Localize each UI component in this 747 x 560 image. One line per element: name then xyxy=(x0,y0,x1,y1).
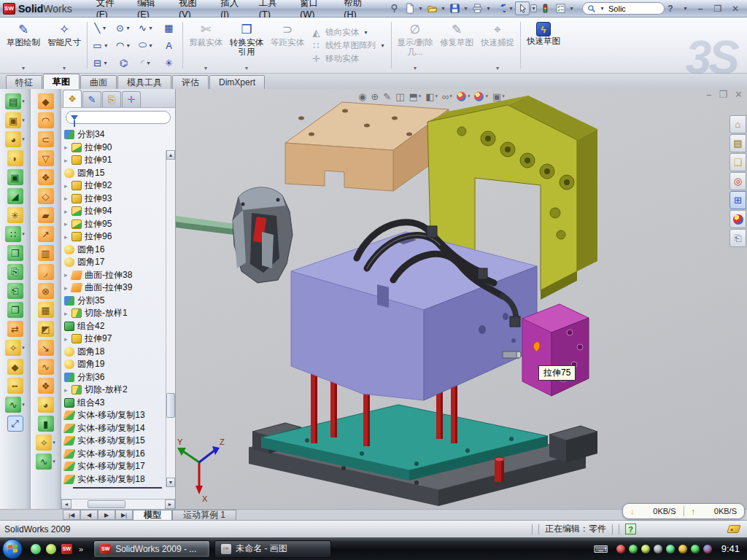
view-tool-button[interactable]: ▾ xyxy=(474,92,488,101)
features-toolbar-button[interactable]: ◕ ▾ xyxy=(5,131,25,147)
sketch-entity-button[interactable]: ⊟ ▾ xyxy=(90,54,112,71)
surfaces-toolbar-button[interactable]: ◕ ▾ xyxy=(38,397,54,413)
tree-item[interactable]: ▸ 实体-移动/复制18 xyxy=(64,473,165,486)
tray-icon[interactable] xyxy=(641,545,650,553)
features-toolbar-button[interactable]: ⇄ ▾ xyxy=(7,321,23,337)
sketch-button[interactable]: ✎ 草图绘制 ▾ xyxy=(3,19,44,71)
command-tab[interactable]: 草图 xyxy=(43,74,80,89)
view-tool-caret[interactable]: ▾ xyxy=(419,93,422,99)
tray-icon[interactable] xyxy=(629,545,638,553)
save-dropdown-caret[interactable]: ▾ xyxy=(462,5,469,12)
task-pane-tab[interactable]: ⌂ xyxy=(729,115,746,133)
features-toolbar-button[interactable]: ⎘ ▾ xyxy=(7,264,23,280)
tree-item[interactable]: ▸ 切除-放样2 xyxy=(64,384,165,397)
features-toolbar-button[interactable]: ◢ ▾ xyxy=(7,188,23,204)
options-dropdown-caret[interactable]: ▾ xyxy=(568,5,575,12)
tree-item[interactable]: ▸ 圆角15 xyxy=(64,167,165,180)
quick-snaps-caret[interactable]: ▾ xyxy=(496,65,499,71)
open-dropdown-caret[interactable]: ▾ xyxy=(440,5,446,12)
task-pane-tab[interactable]: ⎗ xyxy=(729,229,746,247)
view-tool-caret[interactable]: ▾ xyxy=(468,93,471,99)
sketch-tool-row-button[interactable]: ✛ 移动实体 ▾ xyxy=(311,53,386,64)
tree-item[interactable]: ▸ 分割35 xyxy=(64,295,165,308)
short-pin[interactable] xyxy=(495,457,504,482)
view-tool-caret[interactable]: ▾ xyxy=(485,93,488,99)
quick-snaps-button[interactable]: ⌖ 快速捕捉 ▾ xyxy=(477,19,518,71)
tree-filter-input[interactable] xyxy=(66,111,171,124)
messenger-icon[interactable] xyxy=(31,544,41,554)
surfaces-toolbar-button[interactable]: ▽ ▾ xyxy=(38,150,54,166)
close-button[interactable]: ✕ xyxy=(729,4,741,14)
solidworks-quicklaunch-icon[interactable]: SW xyxy=(61,544,72,554)
surfaces-toolbar-button[interactable]: ↘ ▾ xyxy=(38,340,54,356)
sketch-tool-row-button[interactable]: ∷ 线性草图阵列 ▾ xyxy=(311,40,386,51)
quick-tips-button[interactable]: ? xyxy=(625,524,636,534)
features-toolbar-button[interactable]: ❒ ▾ xyxy=(7,245,23,261)
convert-caret[interactable]: ▾ xyxy=(245,65,248,71)
expand-arrow-icon[interactable]: ▸ xyxy=(64,335,71,343)
tree-item[interactable]: ▸ 曲面-拉伸39 xyxy=(64,281,165,295)
command-tab[interactable]: DimXpert xyxy=(209,75,265,89)
features-toolbar-button[interactable]: ❐ ▾ xyxy=(7,302,23,318)
clamp-rail-right[interactable] xyxy=(549,426,597,462)
expand-arrow-icon[interactable]: ▸ xyxy=(64,182,71,190)
doc-restore-button[interactable]: ❐ xyxy=(719,89,727,100)
command-tab[interactable]: 曲面 xyxy=(80,75,117,89)
sketch-entity-button[interactable]: A ▾ xyxy=(158,36,180,54)
tree-item[interactable]: ▸ 组合43 xyxy=(64,397,165,410)
scroll-right-button[interactable]: ► xyxy=(165,499,175,509)
view-tool-caret[interactable]: ▾ xyxy=(449,93,452,99)
sketch-entity-button[interactable]: ◜ ▾ xyxy=(135,54,158,71)
tree-item[interactable]: ▸ 曲面-拉伸38 xyxy=(64,269,165,282)
rebuild-traffic-light-button[interactable] xyxy=(538,1,552,15)
scroll-left-button[interactable]: ◄ xyxy=(61,499,71,509)
tree-item[interactable]: ▸ 拉伸91 xyxy=(64,154,165,167)
launcher-icon[interactable] xyxy=(46,544,56,554)
display-delete-relations-button[interactable]: ∅ 显示/删除几... ▾ xyxy=(394,19,436,71)
sketch-entity-button[interactable]: ∿ ▾ xyxy=(135,19,158,36)
view-tool-button[interactable]: ◫ ▾ xyxy=(395,91,404,102)
clamp-block[interactable] xyxy=(233,187,293,283)
surfaces-toolbar-button[interactable]: ◠ ▾ xyxy=(38,112,54,128)
top-plate[interactable] xyxy=(285,102,449,191)
smart-dimension-button[interactable]: ✧ 智能尺寸 ▾ xyxy=(44,19,85,71)
surface-tool-caret[interactable]: ▾ xyxy=(53,440,55,446)
options-button[interactable] xyxy=(553,1,568,15)
view-tool-button[interactable]: ◧ ▾ xyxy=(425,91,438,102)
tree-item[interactable]: ▸ 拉伸93 xyxy=(64,192,165,206)
sketch-entity-button[interactable]: ▦ ▾ xyxy=(158,19,180,36)
surfaces-toolbar-button[interactable]: ↗ ▾ xyxy=(38,226,54,242)
new-dropdown-caret[interactable]: ▾ xyxy=(417,5,424,12)
tray-icon[interactable] xyxy=(678,545,687,553)
sketch-entity-caret[interactable]: ▾ xyxy=(125,25,131,31)
tree-item[interactable]: ▸ 实体-移动/复制16 xyxy=(64,448,165,461)
search-scope-caret[interactable]: ▾ xyxy=(599,5,605,12)
tree-item[interactable]: ▸ 分割34 xyxy=(64,128,165,141)
vertical-scroll-thumb[interactable] xyxy=(166,393,175,418)
features-toolbar-button[interactable]: ╍ ▾ xyxy=(7,378,23,394)
scroll-down-button[interactable]: ▼ xyxy=(166,478,175,487)
features-toolbar-button[interactable]: ✳ ▾ xyxy=(7,207,23,223)
undo-button[interactable] xyxy=(492,1,507,15)
search-input[interactable] xyxy=(608,4,659,13)
tab-nav-button[interactable]: ▶ xyxy=(98,510,115,520)
sketch-entity-button[interactable]: ◠ ▾ xyxy=(112,36,135,54)
sketch-entity-caret[interactable]: ▾ xyxy=(145,60,152,66)
open-button[interactable] xyxy=(425,1,439,15)
display-delete-caret[interactable]: ▾ xyxy=(414,65,417,71)
tree-item[interactable]: ▸ 圆角16 xyxy=(64,244,165,257)
minimize-button[interactable]: – xyxy=(694,4,706,14)
document-tab[interactable]: 模型 xyxy=(133,510,172,521)
magenta-block[interactable] xyxy=(522,304,589,396)
tree-item[interactable]: ▸ 实体-移动/复制13 xyxy=(64,409,165,422)
tree-item[interactable]: ▸ 拉伸96 xyxy=(64,230,165,244)
task-pane-tab[interactable]: ❑ xyxy=(729,153,746,171)
sketch-entity-button[interactable]: ╲ ▾ xyxy=(90,19,112,36)
view-tool-button[interactable]: ▣ ▾ xyxy=(492,91,505,102)
view-tool-button[interactable]: ⬒ ▾ xyxy=(409,91,421,102)
convert-entities-button[interactable]: ❒ 转换实体引用 ▾ xyxy=(226,19,267,71)
tray-icon[interactable] xyxy=(691,545,700,553)
horizontal-scroll-thumb[interactable] xyxy=(88,500,125,508)
features-toolbar-button[interactable]: ∿ ▾ xyxy=(5,397,25,413)
tree-item[interactable]: ▸ 实体-移动/复制14 xyxy=(64,422,165,435)
